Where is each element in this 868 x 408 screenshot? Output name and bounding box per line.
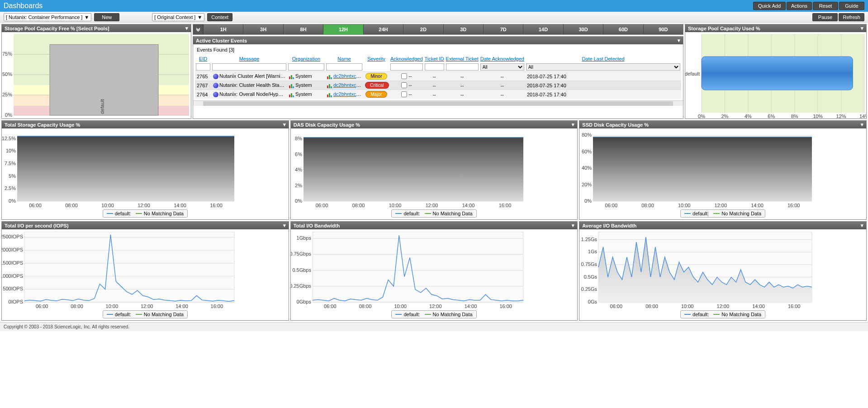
filter-org[interactable] — [288, 63, 324, 71]
reset-button[interactable]: Reset — [813, 2, 838, 10]
widget-header[interactable]: Active Cluster Events ▾ — [193, 37, 683, 44]
col-name[interactable]: Name — [325, 55, 363, 62]
widget-body: 0IOPS500IOPS1000IOPS1500IOPS2000IOPS2500… — [2, 229, 289, 320]
quick-add-button[interactable]: Quick Add — [753, 2, 786, 10]
pause-button[interactable]: Pause — [812, 13, 838, 21]
widget-header[interactable]: DAS Disk Capacity Usage %▾ — [291, 121, 578, 128]
svg-text:2000IOPS: 2000IOPS — [2, 247, 23, 252]
svg-text:0%: 0% — [698, 114, 705, 119]
chevron-down-icon[interactable]: ▾ — [861, 122, 863, 128]
filter-ticket[interactable] — [425, 63, 444, 71]
col-date-last[interactable]: Date Last Detected — [525, 55, 681, 62]
time-range-2D[interactable]: 2D — [403, 24, 443, 34]
legend-item: default: — [395, 211, 420, 216]
col-eid[interactable]: EID — [195, 55, 211, 62]
ack-checkbox[interactable] — [401, 82, 407, 88]
widget-header[interactable]: Storage Pool Capacity Free % [Select Poo… — [2, 24, 191, 32]
col-message[interactable]: Message — [211, 55, 287, 62]
widget-header[interactable]: Total I/O Bandwidth▾ — [291, 222, 578, 229]
col-org[interactable]: Organization — [287, 55, 325, 62]
das-disk-chart: 0%2%4%6%8%06:0008:0010:0012:0014:0016:00 — [291, 128, 526, 209]
new-button[interactable]: New — [94, 13, 119, 21]
filter-date-ack[interactable]: All — [480, 63, 524, 71]
legend-swatch — [136, 314, 142, 315]
filter-eid[interactable] — [196, 63, 210, 71]
table-row[interactable]: 2764 Nutanix: Overall Node/Hypervisor Sy… — [195, 90, 681, 99]
cell-ticket: -- — [424, 90, 445, 99]
chevron-down-icon[interactable]: ▾ — [678, 38, 680, 43]
widget-bw: Total I/O Bandwidth▾ 0Gbps0.25Gbps0.5Gbp… — [290, 221, 578, 321]
widget-das-disk: DAS Disk Capacity Usage %▾ 0%2%4%6%8%06:… — [290, 120, 578, 220]
time-range-expand-icon[interactable] — [193, 24, 203, 34]
cell-severity: Minor — [363, 72, 389, 81]
chevron-down-icon[interactable]: ▾ — [185, 25, 188, 31]
refresh-button[interactable]: Refresh — [839, 13, 864, 21]
guide-button[interactable]: Guide — [839, 2, 864, 10]
widget-title: Total Storage Capacity Usage % — [5, 122, 80, 128]
context-select[interactable]: [ Original Context ] ▼ — [152, 13, 204, 21]
time-range-1H[interactable]: 1H — [203, 24, 243, 34]
time-range-60D[interactable]: 60D — [603, 24, 643, 34]
dashboard-select[interactable]: [ Nutanix: Container Performance ] ▼ — [4, 13, 91, 21]
table-row[interactable]: 2765 Nutanix Cluster Alert [Warning]: Zo… — [195, 72, 681, 81]
cell-name: dc2bhntxclst01 — [325, 90, 363, 99]
device-link[interactable]: dc2bhntxclst01 — [333, 73, 363, 79]
chevron-down-icon[interactable]: ▾ — [572, 223, 574, 228]
filter-message[interactable] — [212, 63, 286, 71]
time-range-30D[interactable]: 30D — [563, 24, 603, 34]
legend-item: default: — [107, 312, 131, 317]
filter-ext-ticket[interactable] — [446, 63, 479, 71]
time-range-3D[interactable]: 3D — [443, 24, 483, 34]
col-ext-ticket[interactable]: External Ticket — [445, 55, 479, 62]
chevron-down-icon[interactable]: ▾ — [861, 223, 863, 228]
device-link[interactable]: dc2bhntxclst01 — [333, 82, 363, 88]
actions-button[interactable]: Actions — [787, 2, 812, 10]
svg-text:5%: 5% — [9, 173, 16, 179]
scrollbar-thumb[interactable] — [203, 101, 674, 106]
bars-icon — [327, 84, 332, 88]
time-range-7D[interactable]: 7D — [483, 24, 523, 34]
svg-text:2500IOPS: 2500IOPS — [2, 234, 23, 239]
context-button[interactable]: Context — [207, 13, 232, 21]
col-ack[interactable]: Acknowledged — [389, 55, 424, 62]
time-range-24H[interactable]: 24H — [363, 24, 403, 34]
time-range-90D[interactable]: 90D — [643, 24, 683, 34]
widget-body: 0Gbps0.25Gbps0.5Gbps0.75Gbps1Gbps06:0008… — [291, 229, 578, 320]
time-range-3H[interactable]: 3H — [243, 24, 283, 34]
widget-title: DAS Disk Capacity Usage % — [294, 122, 360, 128]
bars-icon — [327, 75, 332, 79]
widget-header[interactable]: Total Storage Capacity Usage %▾ — [2, 121, 289, 128]
svg-text:10:00: 10:00 — [101, 203, 114, 208]
col-severity[interactable]: Severity — [363, 55, 389, 62]
chevron-down-icon[interactable]: ▾ — [283, 223, 286, 228]
widget-title: Active Cluster Events — [196, 38, 247, 43]
svg-text:1.25Gs: 1.25Gs — [581, 237, 598, 242]
widget-title: Average I/O Bandwidth — [582, 223, 636, 228]
chevron-down-icon[interactable]: ▾ — [572, 122, 574, 128]
cell-ticket: -- — [424, 72, 445, 81]
ack-checkbox[interactable] — [401, 91, 407, 97]
col-ticket[interactable]: Ticket ID — [424, 55, 445, 62]
filter-date-last[interactable]: All — [526, 63, 680, 71]
events-body: Events Found [3] EID Message Organizatio… — [193, 44, 683, 100]
svg-text:0.25Gs: 0.25Gs — [581, 286, 598, 292]
cell-ext-ticket: -- — [445, 81, 479, 90]
ack-checkbox[interactable] — [401, 73, 407, 79]
filter-name[interactable] — [326, 63, 362, 71]
filter-ack[interactable] — [390, 63, 423, 71]
col-date-ack[interactable]: Date Acknowledged — [479, 55, 525, 62]
time-range-8H[interactable]: 8H — [283, 24, 323, 34]
table-row[interactable]: 2767 Nutanix: Cluster Health Status is: … — [195, 81, 681, 90]
svg-text:50%: 50% — [2, 71, 12, 77]
widget-header[interactable]: Total I/O per second (IOPS)▾ — [2, 222, 289, 229]
svg-text:4%: 4% — [745, 114, 752, 119]
time-range-12H[interactable]: 12H — [323, 24, 363, 34]
chevron-down-icon[interactable]: ▾ — [861, 25, 863, 31]
horizontal-scrollbar[interactable] — [193, 100, 683, 106]
widget-header[interactable]: Average I/O Bandwidth▾ — [579, 222, 866, 229]
widget-header[interactable]: SSD Disk Capacity Usage %▾ — [579, 121, 866, 128]
chevron-down-icon[interactable]: ▾ — [283, 122, 286, 128]
widget-header[interactable]: Storage Pool Capacity Used % ▾ — [685, 24, 866, 32]
device-link[interactable]: dc2bhntxclst01 — [333, 91, 363, 97]
time-range-14D[interactable]: 14D — [523, 24, 563, 34]
